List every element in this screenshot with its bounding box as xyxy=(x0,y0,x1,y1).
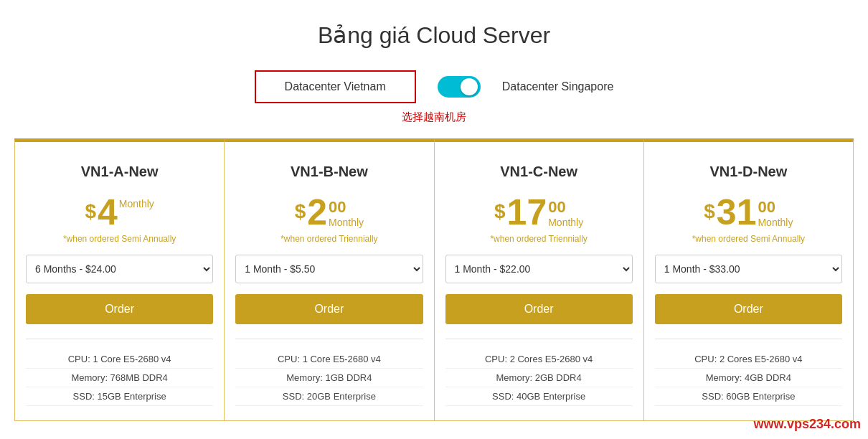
spec-item: CPU: 2 Cores E5-2680 v4 xyxy=(655,350,842,369)
plan-name-0: VN1-A-New xyxy=(81,164,159,180)
specs-list-2: CPU: 2 Cores E5-2680 v4Memory: 2GB DDR4S… xyxy=(445,350,633,406)
billing-select-3[interactable]: 1 Month - $33.003 Months - $93.006 Month… xyxy=(655,255,842,283)
datacenter-toggle-row: Datacenter Vietnam Datacenter Singapore xyxy=(14,70,854,103)
spec-item: SSD: 40GB Enterprise xyxy=(445,387,633,406)
spec-item: Memory: 4GB DDR4 xyxy=(655,369,842,387)
specs-list-3: CPU: 2 Cores E5-2680 v4Memory: 4GB DDR4S… xyxy=(655,350,842,406)
price-row-3: $3100Monthly xyxy=(704,194,793,230)
order-button-3[interactable]: Order xyxy=(655,294,842,324)
plans-cards-row: VN1-A-New$4Monthly*when ordered Semi Ann… xyxy=(14,138,854,421)
dollar-sign-1: $ xyxy=(295,194,306,223)
price-cents-monthly-1: 00Monthly xyxy=(329,194,364,228)
monthly-label-2: Monthly xyxy=(548,217,583,228)
order-button-1[interactable]: Order xyxy=(235,294,423,324)
selected-datacenter-note: 选择越南机房 xyxy=(14,110,854,124)
spec-item: SSD: 20GB Enterprise xyxy=(235,387,423,406)
price-main-0: 4 xyxy=(98,194,118,230)
watermark: www.vps234.com xyxy=(754,417,861,432)
specs-divider-1 xyxy=(235,339,423,339)
price-main-1: 2 xyxy=(307,194,327,230)
toggle-thumb xyxy=(461,78,478,95)
spec-item: CPU: 2 Cores E5-2680 v4 xyxy=(445,350,633,369)
datacenter-vietnam-button[interactable]: Datacenter Vietnam xyxy=(255,70,416,103)
plan-card-1: VN1-B-New$200Monthly*when ordered Trienn… xyxy=(225,138,434,421)
price-row-0: $4Monthly xyxy=(85,194,154,230)
specs-divider-0 xyxy=(26,339,213,339)
spec-item: SSD: 60GB Enterprise xyxy=(655,387,842,406)
monthly-label-1: Monthly xyxy=(329,217,364,228)
plan-name-1: VN1-B-New xyxy=(291,164,368,180)
specs-divider-3 xyxy=(655,339,842,339)
spec-item: Memory: 2GB DDR4 xyxy=(445,369,633,387)
price-cents-monthly-3: 00Monthly xyxy=(758,194,793,228)
spec-item: Memory: 768MB DDR4 xyxy=(26,369,213,387)
order-button-2[interactable]: Order xyxy=(445,294,633,324)
order-button-0[interactable]: Order xyxy=(26,294,213,324)
billing-select-1[interactable]: 1 Month - $5.503 Months - $15.006 Months… xyxy=(235,255,423,283)
price-cents-2: 00 xyxy=(548,198,583,217)
specs-list-1: CPU: 1 Core E5-2680 v4Memory: 1GB DDR4SS… xyxy=(235,350,423,406)
spec-item: Memory: 1GB DDR4 xyxy=(235,369,423,387)
plan-card-0: VN1-A-New$4Monthly*when ordered Semi Ann… xyxy=(14,138,225,421)
price-note-2: *when ordered Triennially xyxy=(490,234,587,244)
plan-name-2: VN1-C-New xyxy=(500,164,577,180)
datacenter-toggle[interactable] xyxy=(438,76,481,98)
plan-card-3: VN1-D-New$3100Monthly*when ordered Semi … xyxy=(644,138,854,421)
spec-item: CPU: 1 Core E5-2680 v4 xyxy=(235,350,423,369)
price-main-3: 31 xyxy=(717,194,757,230)
price-note-0: *when ordered Semi Annually xyxy=(63,234,176,244)
plan-name-3: VN1-D-New xyxy=(709,164,787,180)
dollar-sign-3: $ xyxy=(704,194,715,223)
price-cents-1: 00 xyxy=(329,198,364,217)
billing-select-2[interactable]: 1 Month - $22.003 Months - $63.006 Month… xyxy=(445,255,633,283)
plan-card-2: VN1-C-New$1700Monthly*when ordered Trien… xyxy=(435,138,644,421)
page-title: Bảng giá Cloud Server xyxy=(14,22,854,49)
price-cents-3: 00 xyxy=(758,198,793,217)
spec-item: SSD: 15GB Enterprise xyxy=(26,387,213,406)
monthly-label-0: Monthly xyxy=(119,198,154,209)
specs-list-0: CPU: 1 Core E5-2680 v4Memory: 768MB DDR4… xyxy=(26,350,213,406)
price-row-2: $1700Monthly xyxy=(494,194,583,230)
dollar-sign-2: $ xyxy=(494,194,506,223)
specs-divider-2 xyxy=(445,339,633,339)
price-row-1: $200Monthly xyxy=(295,194,364,230)
spec-item: CPU: 1 Core E5-2680 v4 xyxy=(26,350,213,369)
price-note-3: *when ordered Semi Annually xyxy=(692,234,805,244)
price-note-1: *when ordered Triennially xyxy=(280,234,377,244)
price-cents-monthly-2: 00Monthly xyxy=(548,194,583,228)
datacenter-singapore-label: Datacenter Singapore xyxy=(502,80,614,93)
price-main-2: 17 xyxy=(507,194,547,230)
dollar-sign-0: $ xyxy=(85,194,96,223)
toggle-track xyxy=(438,76,481,98)
billing-select-0[interactable]: 6 Months - $24.001 Month - $4.003 Months… xyxy=(26,255,213,283)
price-cents-monthly-0: Monthly xyxy=(119,194,154,209)
page-wrapper: Bảng giá Cloud Server Datacenter Vietnam… xyxy=(0,0,868,435)
monthly-label-3: Monthly xyxy=(758,217,793,228)
